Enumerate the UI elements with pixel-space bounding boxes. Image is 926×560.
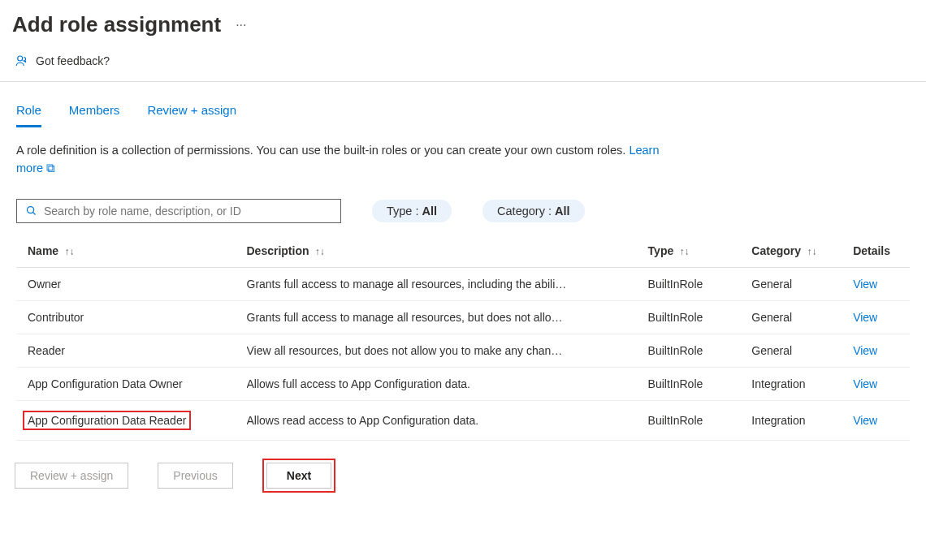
view-link[interactable]: View <box>853 278 898 291</box>
sort-icon: ↑↓ <box>62 246 74 257</box>
cell-type: BuiltInRole <box>648 278 752 291</box>
table-row[interactable]: App Configuration Data ReaderAllows read… <box>16 401 910 441</box>
cell-type: BuiltInRole <box>648 311 752 324</box>
review-assign-button[interactable]: Review + assign <box>15 463 128 489</box>
search-icon <box>25 205 37 217</box>
cell-description: Grants full access to manage all resourc… <box>247 311 648 324</box>
previous-button[interactable]: Previous <box>158 463 232 489</box>
filter-category[interactable]: Category : All <box>482 200 584 222</box>
role-description: A role definition is a collection of per… <box>0 127 682 183</box>
cell-name: Owner <box>28 278 247 291</box>
search-input[interactable] <box>16 199 341 223</box>
cell-name: App Configuration Data Reader <box>28 411 247 430</box>
page-title: Add role assignment <box>12 12 221 37</box>
cell-category: General <box>751 278 853 291</box>
cell-name: Reader <box>28 344 247 357</box>
tab-review-assign[interactable]: Review + assign <box>147 97 236 127</box>
cell-type: BuiltInRole <box>648 344 752 357</box>
col-name[interactable]: Name ↑↓ <box>28 244 247 257</box>
next-button[interactable]: Next <box>266 463 331 489</box>
cell-category: General <box>751 344 853 357</box>
highlighted-role: App Configuration Data Reader <box>23 411 191 430</box>
table-row[interactable]: OwnerGrants full access to manage all re… <box>16 268 910 301</box>
cell-type: BuiltInRole <box>648 414 752 427</box>
svg-point-0 <box>18 56 23 61</box>
sort-icon: ↑↓ <box>677 246 689 257</box>
view-link[interactable]: View <box>853 414 898 427</box>
col-type[interactable]: Type ↑↓ <box>648 244 752 257</box>
col-description[interactable]: Description ↑↓ <box>247 244 648 257</box>
filter-type[interactable]: Type : All <box>372 200 452 222</box>
more-icon[interactable]: ··· <box>236 18 246 32</box>
col-category[interactable]: Category ↑↓ <box>751 244 853 257</box>
cell-description: Allows full access to App Configuration … <box>247 377 648 390</box>
search-field[interactable] <box>44 205 332 218</box>
table-row[interactable]: App Configuration Data OwnerAllows full … <box>16 368 910 401</box>
cell-category: Integration <box>751 414 853 427</box>
sort-icon: ↑↓ <box>313 246 325 257</box>
tab-members[interactable]: Members <box>69 97 120 127</box>
cell-description: Allows read access to App Configuration … <box>247 414 648 427</box>
svg-line-2 <box>32 212 35 214</box>
table-row[interactable]: ContributorGrants full access to manage … <box>16 301 910 334</box>
col-details: Details <box>853 244 898 257</box>
cell-category: Integration <box>751 377 853 390</box>
feedback-link[interactable]: Got feedback? <box>0 45 926 82</box>
tab-role[interactable]: Role <box>16 97 41 127</box>
cell-name: App Configuration Data Owner <box>28 377 247 390</box>
cell-name: Contributor <box>28 311 247 324</box>
cell-description: Grants full access to manage all resourc… <box>247 278 648 291</box>
cell-category: General <box>751 311 853 324</box>
feedback-icon <box>15 54 29 68</box>
cell-type: BuiltInRole <box>648 377 752 390</box>
view-link[interactable]: View <box>853 311 898 324</box>
sort-icon: ↑↓ <box>804 246 816 257</box>
external-link-icon: ⧉ <box>46 162 55 174</box>
cell-description: View all resources, but does not allow y… <box>247 344 648 357</box>
view-link[interactable]: View <box>853 377 898 390</box>
view-link[interactable]: View <box>853 344 898 357</box>
table-row[interactable]: ReaderView all resources, but does not a… <box>16 334 910 368</box>
feedback-label: Got feedback? <box>36 54 110 67</box>
